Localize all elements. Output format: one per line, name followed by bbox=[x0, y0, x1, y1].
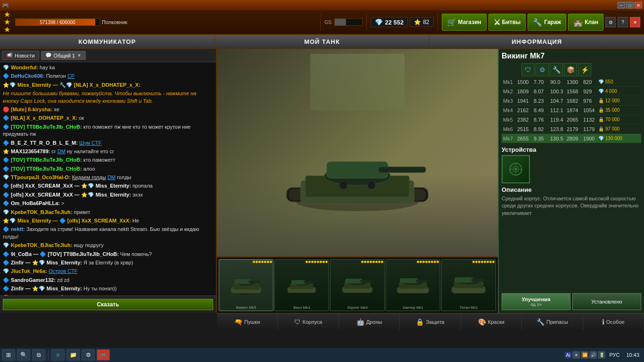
stat-price: 🔒 12 000 bbox=[598, 98, 619, 103]
stat-icon-energy[interactable]: ⚡ bbox=[578, 63, 591, 76]
stat-hp: 1809 bbox=[516, 89, 532, 94]
star-3: ★ bbox=[4, 26, 10, 33]
window-controls[interactable]: − □ ✕ bbox=[618, 2, 642, 8]
stat-price: 🔒 35 000 bbox=[598, 107, 619, 113]
stat-icon-hp[interactable]: 🛡 bbox=[521, 63, 535, 76]
svg-point-45 bbox=[514, 168, 517, 170]
game-icon[interactable]: 🎮 bbox=[97, 349, 110, 361]
msg-text: zd zd bbox=[57, 277, 69, 283]
close-button[interactable]: ✕ bbox=[635, 2, 642, 8]
slot-tank-img bbox=[450, 271, 487, 299]
table-row[interactable]: Mk4 2162 8.49 112.1 1874 1054 🔒 35 000 bbox=[502, 106, 641, 115]
tab-drones[interactable]: 🤖 Дроны bbox=[339, 314, 400, 330]
chat-panel: 📢 Новости 💬 Общий 1 ▼ 💎 Wonderful: hay k… bbox=[0, 49, 217, 313]
tank-slot-1[interactable]: Васп Mk4 bbox=[274, 259, 329, 311]
tank-slot-3[interactable]: Хантер Mk1 bbox=[386, 259, 440, 311]
battles-icon: ⚔ bbox=[494, 18, 500, 27]
table-row[interactable]: Mk5 2382 8.76 119.4 2065 1132 🔒 70 000 bbox=[502, 115, 641, 124]
table-row[interactable]: Mk3 1941 8.23 104.7 1682 976 🔒 12 000 bbox=[502, 96, 641, 106]
garage-button[interactable]: 🔧 Гараж bbox=[528, 14, 566, 31]
list-item: 🔷 Om_HoBa6PaHLLa: > bbox=[3, 200, 213, 207]
list-item: 💎 Wonderful: hay ka bbox=[3, 64, 213, 71]
clan-button[interactable]: 🏰 Клан bbox=[568, 14, 603, 31]
msg-user: 🔷 DeHuCko606: bbox=[3, 73, 45, 79]
stat-hp: 2655 bbox=[516, 136, 532, 141]
special-icon: ℹ bbox=[602, 318, 604, 326]
xp-bar: 571398 / 606000 bbox=[15, 18, 100, 26]
stat-icon-damage[interactable]: 🔧 bbox=[550, 63, 563, 76]
tab-paints[interactable]: 🎨 Краски bbox=[461, 314, 522, 330]
chat-messages[interactable]: 💎 Wonderful: hay ka 🔷 DeHuCko606: Полиго… bbox=[0, 62, 216, 296]
tab-my-tank[interactable]: МОЙ ТАНК bbox=[215, 35, 430, 49]
stat-dmg: 104.7 bbox=[549, 98, 565, 104]
install-button[interactable]: Установлено bbox=[572, 293, 641, 310]
stat-dmg: 130.5 bbox=[549, 136, 565, 141]
send-button[interactable]: Сказать bbox=[3, 299, 213, 310]
stat-price: 💎 130 000 bbox=[598, 136, 622, 141]
folder-icon[interactable]: 📁 bbox=[66, 349, 80, 361]
minimize-button[interactable]: − bbox=[618, 2, 625, 8]
table-row[interactable]: Mk1 1500 7.70 90.0 1300 820 💎 650 bbox=[502, 77, 641, 87]
list-item: 🔷 B_E_Z_TT_R_O_B_L_E_M: Шум CTF bbox=[3, 140, 213, 147]
tab-protection[interactable]: 🔒 Защита bbox=[400, 314, 461, 330]
improve-button[interactable]: Улучшения 4д 1ч bbox=[502, 293, 570, 310]
settings-icon[interactable]: ⚙ bbox=[605, 17, 616, 27]
battles-button[interactable]: ⚔ Битвы bbox=[488, 14, 526, 31]
xp-text: 571398 / 606000 bbox=[16, 19, 99, 25]
gs-bar bbox=[334, 18, 363, 26]
stat-hp: 1500 bbox=[516, 79, 532, 85]
svg-rect-23 bbox=[291, 280, 305, 285]
tab-info[interactable]: ИНФОРМАЦИЯ bbox=[429, 35, 644, 49]
device-slot[interactable] bbox=[502, 155, 530, 183]
rank-text: Полковник bbox=[102, 19, 127, 25]
msg-user: 🔷 [TOV] TT0BeJluTeJlb_CHoB: bbox=[3, 157, 82, 163]
info-title: Викинг Mk7 bbox=[502, 52, 641, 60]
chat-tab-news[interactable]: 📢 Новости bbox=[2, 51, 39, 60]
table-row[interactable]: Mk2 1809 8.07 100.3 1568 929 💎 4 000 bbox=[502, 87, 641, 96]
chat-input-area: Сказать bbox=[0, 296, 216, 313]
table-row[interactable]: Mk6 2515 8.92 123.8 2179 1179 🔒 97 000 bbox=[502, 124, 641, 134]
table-row[interactable]: Mk7 2655 9.35 130.5 2809 1900 💎 130 000 bbox=[502, 134, 641, 143]
tab-communicator[interactable]: КОММУНИКАТОР bbox=[0, 35, 215, 49]
crystals-value: 22 552 bbox=[385, 19, 404, 26]
news-icon: 📢 bbox=[6, 52, 13, 58]
msg-user: 🔷 9l_CoBa — 🔷 [TOV] TT0BeJluTeJlb_CHoB: bbox=[3, 251, 119, 257]
taskview-button[interactable]: ⧉ bbox=[32, 349, 45, 361]
list-item: 💎 KpebeTOK_BJlacTeJluh: ищу подругу bbox=[3, 242, 213, 249]
tank-slot-4[interactable]: Титан Mk1 bbox=[441, 259, 496, 311]
msg-text: Не bbox=[132, 218, 139, 223]
chat-tab-general[interactable]: 💬 Общий 1 ▼ bbox=[41, 51, 86, 60]
search-taskbar[interactable]: 🔍 bbox=[17, 349, 30, 361]
start-button[interactable]: ⊞ bbox=[2, 349, 15, 361]
shop-button[interactable]: 🛒 Магазин bbox=[442, 14, 487, 31]
tab-hulls[interactable]: 🛡 Корпуса bbox=[278, 314, 339, 330]
slot-tank-img bbox=[339, 271, 376, 299]
settings-taskbar[interactable]: ⚙ bbox=[82, 349, 95, 361]
exit-icon[interactable]: ✕ bbox=[630, 17, 640, 27]
clan-icon: 🏰 bbox=[573, 18, 583, 27]
tab-guns[interactable]: 🔫 Пушки bbox=[217, 314, 278, 330]
msg-user: 🔷 [TOV] TT0BeJluTeJlb_CHoB: bbox=[3, 124, 82, 130]
stat-icon-power[interactable]: 📦 bbox=[564, 63, 577, 76]
info-panel: Викинг Mk7 🛡 ⚙ 🔧 📦 ⚡ Mk1 1500 7.70 90.0 … bbox=[498, 49, 644, 313]
tank-slot-2[interactable]: Хорнет Mk4 bbox=[330, 259, 385, 311]
maximize-button[interactable]: □ bbox=[626, 2, 634, 8]
tank-view bbox=[217, 49, 498, 256]
stat-icon-speed[interactable]: ⚙ bbox=[536, 63, 549, 76]
msg-user: 🔷 [NLA] X_x_DOHATEP_x_X: bbox=[3, 115, 77, 121]
svg-rect-42 bbox=[471, 279, 486, 282]
shop-label: Магазин bbox=[458, 19, 481, 25]
taskbar-sep bbox=[48, 350, 49, 360]
msg-user: ⭐💎 Miss_Eternity — 🔷 [olfs] XxX_SCREAM_X… bbox=[3, 218, 131, 223]
tank-slot-0[interactable]: Викинг Mk5 bbox=[219, 259, 273, 311]
action-buttons: Улучшения 4д 1ч Установлено bbox=[502, 293, 641, 310]
tab-special[interactable]: ℹ Особое bbox=[583, 314, 644, 330]
star-2: ★ bbox=[4, 18, 10, 26]
list-item: 🔴 [Mute] 8-kirysha: xe bbox=[3, 106, 213, 113]
list-item: 🔷 SandroGamer132: zd zd bbox=[3, 277, 213, 284]
list-item: 🔷 [TOV] TT0BeJluTeJlb_CHoB: алоо bbox=[3, 165, 213, 173]
list-item: 💎 KpebeTOK_BJlacTeJluh: привет bbox=[3, 209, 213, 216]
ie-icon[interactable]: e bbox=[51, 349, 65, 361]
help-icon[interactable]: ? bbox=[618, 17, 628, 27]
tab-supplies[interactable]: 🔧 Припасы bbox=[522, 314, 583, 330]
